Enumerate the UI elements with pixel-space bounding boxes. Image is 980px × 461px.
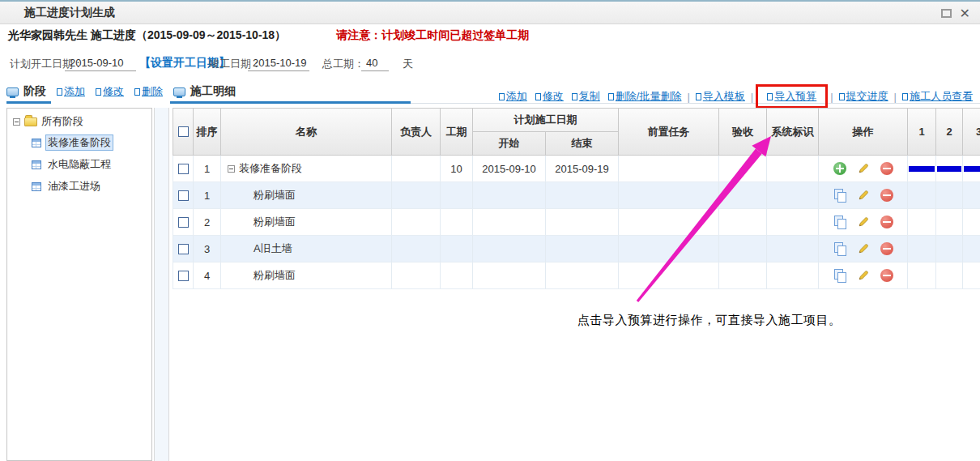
copy-icon[interactable] xyxy=(833,216,846,228)
table-icon xyxy=(32,160,41,169)
tree-item-painting[interactable]: 油漆工进场 xyxy=(32,178,151,194)
table-row: 1 粉刷墙面 xyxy=(173,182,980,209)
doc-icon xyxy=(535,93,541,100)
tree-item-decoration-prep[interactable]: 装修准备阶段 xyxy=(32,134,151,151)
toolbar-delete-batch-button[interactable]: 删除/批量删除 xyxy=(608,89,682,104)
annotation-note: 点击导入预算进行操作，可直接导入施工项目。 xyxy=(577,313,842,328)
project-title: 光华家园韩先生 施工进度（2015-09-09～2015-10-18） xyxy=(8,28,286,43)
edit-pencil-icon[interactable] xyxy=(857,162,870,175)
toolbar-modify-button[interactable]: 修改 xyxy=(535,89,564,104)
construction-plan-window: 施工进度计划生成 ✕ 光华家园韩先生 施工进度（2015-09-09～2015-… xyxy=(0,0,980,461)
gantt-bar xyxy=(937,166,961,172)
stage-tree: 所有阶段 装修准备阶段 水电隐蔽工程 油漆工进场 xyxy=(6,108,152,461)
monitor-icon xyxy=(173,88,185,96)
import-budget-highlight-box: 导入预算 xyxy=(756,84,828,109)
stage-panel-header: 阶段 添加 修改 删除 xyxy=(6,82,163,101)
stage-delete-button[interactable]: 删除 xyxy=(134,84,163,99)
doc-icon xyxy=(96,88,101,96)
doc-icon xyxy=(902,93,908,100)
col-name: 名称 xyxy=(221,109,392,156)
copy-icon[interactable] xyxy=(833,189,846,202)
col-end: 结束 xyxy=(546,132,619,156)
stage-panel-title: 阶段 xyxy=(23,84,46,99)
edit-pencil-icon[interactable] xyxy=(857,269,870,282)
row-checkbox[interactable] xyxy=(178,190,189,201)
toolbar-import-template-button[interactable]: 导入模板 xyxy=(696,89,745,104)
monitor-icon xyxy=(6,88,19,96)
stage-modify-button[interactable]: 修改 xyxy=(96,84,124,99)
panel-splitter[interactable] xyxy=(154,108,169,461)
tree-root-all-stages[interactable]: 所有阶段 xyxy=(13,114,151,129)
folder-icon xyxy=(24,117,37,126)
doc-icon xyxy=(572,93,577,100)
date-bar: 计划开工日期： 2015-09-10 【设置开工日期】 竣工日期： 2015-1… xyxy=(0,47,980,78)
gantt-bar xyxy=(964,166,980,172)
doc-icon xyxy=(608,93,614,100)
remove-icon[interactable] xyxy=(880,216,893,228)
edit-pencil-icon[interactable] xyxy=(857,242,870,255)
col-plan-dates: 计划施工日期 xyxy=(473,109,619,132)
remove-icon[interactable] xyxy=(880,242,893,255)
table-icon xyxy=(32,182,41,191)
table-row: 4 粉刷墙面 xyxy=(173,263,980,289)
doc-icon xyxy=(134,88,140,96)
col-start: 开始 xyxy=(473,132,546,156)
row-checkbox[interactable] xyxy=(178,271,189,281)
maximize-icon[interactable] xyxy=(941,9,952,18)
table-row: 1 装修准备阶段 10 2015-09-10 2015-09-19 xyxy=(173,156,980,182)
doc-icon xyxy=(57,88,62,96)
gantt-bar xyxy=(909,166,935,172)
duration-unit-label: 天 xyxy=(403,57,413,71)
total-duration-input[interactable]: 40 xyxy=(361,54,389,71)
toolbar-add-button[interactable]: 添加 xyxy=(499,89,527,104)
copy-icon[interactable] xyxy=(833,242,846,255)
detail-tab-underline xyxy=(170,101,411,104)
row-checkbox[interactable] xyxy=(178,164,189,174)
remove-icon[interactable] xyxy=(880,189,893,202)
table-header: 排序 名称 负责人 工期 计划施工日期 开始 结束 前置任务 验收 系统标识 操… xyxy=(173,108,980,156)
stage-add-button[interactable]: 添加 xyxy=(57,84,85,99)
table-icon xyxy=(32,139,41,147)
stage-tab-underline xyxy=(6,101,51,104)
copy-icon[interactable] xyxy=(833,269,846,282)
detail-panel-title: 施工明细 xyxy=(190,84,236,99)
doc-icon xyxy=(767,93,773,100)
doc-icon xyxy=(696,93,701,100)
close-icon[interactable]: ✕ xyxy=(960,8,970,19)
col-operations: 操作 xyxy=(819,109,908,156)
row-checkbox[interactable] xyxy=(178,217,189,228)
edit-pencil-icon[interactable] xyxy=(857,189,870,202)
tree-item-plumbing-electric[interactable]: 水电隐蔽工程 xyxy=(32,156,151,173)
remove-icon[interactable] xyxy=(880,269,893,282)
total-duration-label: 总工期： xyxy=(322,57,364,71)
toolbar-copy-button[interactable]: 复制 xyxy=(572,89,600,104)
detail-table: 排序 名称 负责人 工期 计划施工日期 开始 结束 前置任务 验收 系统标识 操… xyxy=(173,108,980,291)
collapse-icon[interactable] xyxy=(13,118,20,126)
toolbar-separator: | xyxy=(894,91,897,103)
detail-toolbar: 添加 修改 复制 删除/批量删除 | 导入模板 | 导入预算 | 提交进度 | … xyxy=(495,84,977,109)
info-bar: 光华家园韩先生 施工进度（2015-09-09～2015-10-18） 请注意：… xyxy=(0,24,980,47)
remove-icon[interactable] xyxy=(880,162,893,175)
edit-pencil-icon[interactable] xyxy=(857,216,870,228)
col-gantt-1: 1 xyxy=(908,109,936,156)
table-body: 1 装修准备阶段 10 2015-09-10 2015-09-19 xyxy=(173,156,980,289)
planned-start-input[interactable]: 2015-09-10 xyxy=(65,54,136,71)
add-icon[interactable] xyxy=(833,162,846,175)
col-predecessor: 前置任务 xyxy=(619,109,719,156)
table-row: 2 粉刷墙面 xyxy=(173,209,980,236)
finish-date-input[interactable]: 2015-10-19 xyxy=(248,54,309,71)
doc-icon xyxy=(839,93,845,100)
window-title: 施工进度计划生成 xyxy=(24,6,115,20)
toolbar-separator: | xyxy=(830,91,833,103)
detail-panel-header: 施工明细 xyxy=(173,82,236,101)
collapse-icon[interactable] xyxy=(228,165,235,173)
select-all-checkbox[interactable] xyxy=(178,126,189,137)
toolbar-submit-progress-button[interactable]: 提交进度 xyxy=(839,89,888,104)
table-row: 3 A旧土墙 xyxy=(173,236,980,263)
toolbar-import-budget-button[interactable]: 导入预算 xyxy=(767,89,816,104)
col-duration: 工期 xyxy=(441,109,473,156)
row-checkbox[interactable] xyxy=(178,244,189,254)
col-acceptance: 验收 xyxy=(719,109,767,156)
overdue-warning: 请注意：计划竣工时间已超过签单工期 xyxy=(336,28,529,43)
toolbar-staff-view-button[interactable]: 施工人员查看 xyxy=(902,89,973,104)
